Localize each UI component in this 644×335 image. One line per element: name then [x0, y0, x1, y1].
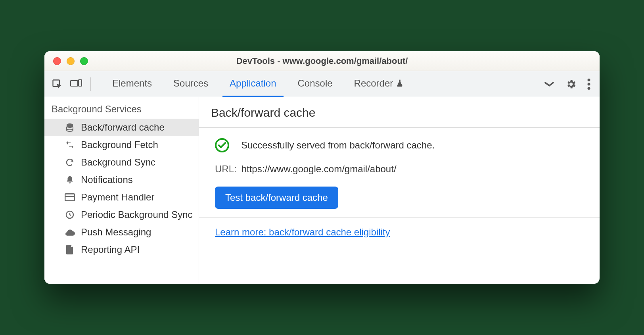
- tab-recorder-label: Recorder: [354, 78, 393, 89]
- tab-elements[interactable]: Elements: [105, 71, 159, 97]
- devtools-window: DevTools - www.google.com/gmail/about/ E…: [44, 51, 600, 284]
- sidebar-item-label: Payment Handler: [81, 192, 154, 203]
- main-panel: Back/forward cache Successfully served f…: [199, 97, 600, 284]
- svg-rect-2: [79, 80, 82, 86]
- sidebar-item-label: Notifications: [81, 174, 133, 185]
- sidebar-item-background-fetch[interactable]: Background Fetch: [44, 136, 199, 154]
- status-message: Successfully served from back/forward ca…: [241, 140, 435, 151]
- sidebar-item-label: Push Messaging: [81, 227, 151, 238]
- sidebar-item-payment-handler[interactable]: Payment Handler: [44, 189, 199, 206]
- device-toggle-icon[interactable]: [68, 76, 84, 92]
- sidebar-item-reporting-api[interactable]: Reporting API: [44, 241, 199, 258]
- application-sidebar: Background Services Back/forward cache B…: [44, 97, 199, 284]
- window-controls: [44, 57, 88, 65]
- success-check-icon: [215, 138, 229, 152]
- svg-point-4: [588, 83, 590, 85]
- sidebar-heading-background-services: Background Services: [44, 97, 199, 119]
- url-label: URL:: [215, 164, 237, 175]
- panel-content: Successfully served from back/forward ca…: [199, 128, 600, 218]
- sync-icon: [64, 158, 75, 167]
- flask-icon: [395, 79, 404, 88]
- sidebar-item-background-sync[interactable]: Background Sync: [44, 154, 199, 171]
- url-value: https://www.google.com/gmail/about/: [242, 164, 397, 175]
- panel-body-container: Background Services Back/forward cache B…: [44, 97, 600, 284]
- sidebar-item-bfcache[interactable]: Back/forward cache: [44, 119, 199, 136]
- bell-icon: [64, 175, 75, 185]
- tab-application[interactable]: Application: [222, 71, 283, 97]
- sidebar-item-label: Reporting API: [81, 244, 140, 255]
- tab-recorder[interactable]: Recorder: [347, 71, 412, 97]
- document-icon: [64, 245, 75, 254]
- svg-rect-7: [65, 194, 75, 200]
- sidebar-item-notifications[interactable]: Notifications: [44, 171, 199, 189]
- kebab-menu-icon[interactable]: [587, 79, 591, 90]
- sidebar-item-periodic-background-sync[interactable]: Periodic Background Sync: [44, 206, 199, 223]
- transfer-icon: [64, 140, 75, 150]
- sidebar-item-label: Background Sync: [81, 157, 155, 168]
- more-tabs-icon[interactable]: [543, 80, 555, 88]
- close-window-button[interactable]: [53, 57, 61, 65]
- panel-footer: Learn more: back/forward cache eligibili…: [199, 218, 600, 246]
- minimize-window-button[interactable]: [67, 57, 75, 65]
- sidebar-item-label: Periodic Background Sync: [81, 209, 192, 220]
- devtools-toolbar: Elements Sources Application Console Rec…: [44, 71, 600, 97]
- clock-icon: [64, 210, 75, 219]
- sidebar-item-label: Back/forward cache: [81, 122, 165, 133]
- tab-console[interactable]: Console: [291, 71, 340, 97]
- toolbar-right: [543, 79, 595, 90]
- inspect-element-icon[interactable]: [49, 76, 65, 92]
- sidebar-item-label: Background Fetch: [81, 139, 158, 150]
- test-bfcache-button[interactable]: Test back/forward cache: [215, 187, 338, 209]
- settings-gear-icon[interactable]: [565, 79, 577, 90]
- status-row: Successfully served from back/forward ca…: [215, 138, 584, 152]
- url-row: URL: https://www.google.com/gmail/about/: [215, 164, 584, 175]
- cloud-icon: [64, 228, 75, 236]
- svg-point-3: [588, 79, 590, 81]
- zoom-window-button[interactable]: [80, 57, 88, 65]
- panel-tabs: Elements Sources Application Console Rec…: [105, 71, 411, 97]
- svg-rect-1: [71, 81, 78, 86]
- database-icon: [64, 123, 75, 132]
- panel-title: Back/forward cache: [199, 97, 600, 128]
- svg-point-5: [588, 87, 590, 90]
- titlebar: DevTools - www.google.com/gmail/about/: [44, 51, 600, 71]
- tab-sources[interactable]: Sources: [166, 71, 215, 97]
- credit-card-icon: [64, 193, 75, 201]
- separator: [90, 77, 91, 91]
- sidebar-item-push-messaging[interactable]: Push Messaging: [44, 223, 199, 241]
- window-title: DevTools - www.google.com/gmail/about/: [44, 56, 600, 66]
- learn-more-link[interactable]: Learn more: back/forward cache eligibili…: [215, 227, 390, 237]
